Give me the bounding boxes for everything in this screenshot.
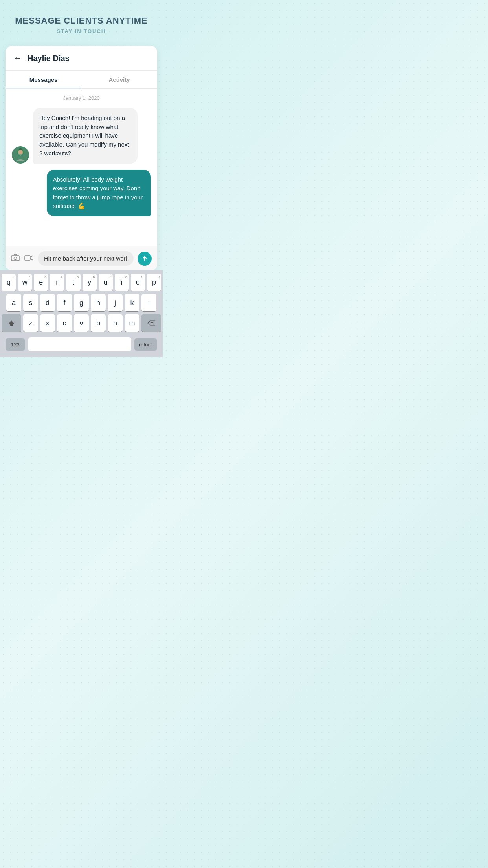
send-button[interactable] (138, 252, 152, 266)
key-u[interactable]: 7u (99, 274, 113, 291)
input-icons (11, 254, 34, 263)
tabs-bar: Messages Activity (6, 71, 157, 89)
key-l[interactable]: l (141, 294, 156, 311)
key-f[interactable]: f (57, 294, 72, 311)
key-g[interactable]: g (74, 294, 89, 311)
chat-header: ← Haylie Dias (6, 46, 157, 71)
received-bubble: Hey Coach! I'm heading out on a trip and… (33, 108, 138, 164)
numbers-key[interactable]: 123 (6, 338, 25, 351)
delete-key[interactable] (141, 314, 161, 332)
key-a[interactable]: a (6, 294, 21, 311)
key-c[interactable]: c (57, 314, 72, 332)
delete-icon (147, 320, 155, 326)
avatar (12, 146, 29, 164)
tab-messages[interactable]: Messages (6, 71, 81, 88)
key-w[interactable]: 2w (18, 274, 32, 291)
key-v[interactable]: v (74, 314, 89, 332)
key-r[interactable]: 4r (50, 274, 64, 291)
svg-point-8 (14, 257, 17, 260)
input-area (6, 246, 157, 270)
return-key[interactable]: return (134, 338, 157, 351)
message-row-sent: Absolutely! All body weight exercises co… (12, 170, 151, 216)
page-title: MESSAGE CLIENTS ANYTIME (8, 16, 155, 26)
keyboard-row-2: a s d f g h j k l (2, 294, 161, 311)
chat-container: ← Haylie Dias Messages Activity January … (6, 46, 157, 270)
contact-name: Haylie Dias (28, 54, 70, 63)
key-e[interactable]: 3e (34, 274, 48, 291)
video-icon[interactable] (24, 254, 34, 263)
key-b[interactable]: b (91, 314, 106, 332)
key-j[interactable]: j (108, 294, 123, 311)
send-arrow-icon (141, 256, 148, 262)
shift-icon (8, 320, 15, 327)
message-input-wrapper (38, 251, 134, 266)
key-k[interactable]: k (125, 294, 139, 311)
shift-key[interactable] (2, 314, 21, 332)
key-q[interactable]: 1q (2, 274, 16, 291)
page-header: MESSAGE CLIENTS ANYTIME STAY IN TOUCH (0, 0, 163, 42)
message-input[interactable] (44, 255, 127, 262)
keyboard: 1q 2w 3e 4r 5t 6y 7u 8i 9o 0p a s d f g … (0, 270, 163, 357)
back-button[interactable]: ← (13, 53, 22, 63)
keyboard-bottom-row: 123 return (2, 335, 161, 355)
keyboard-row-1: 1q 2w 3e 4r 5t 6y 7u 8i 9o 0p (2, 274, 161, 291)
key-x[interactable]: x (40, 314, 55, 332)
message-row-received: Hey Coach! I'm heading out on a trip and… (12, 108, 151, 164)
tab-activity[interactable]: Activity (81, 71, 157, 88)
keyboard-row-3: z x c v b n m (2, 314, 161, 332)
key-o[interactable]: 9o (131, 274, 145, 291)
key-y[interactable]: 6y (83, 274, 97, 291)
key-p[interactable]: 0p (147, 274, 161, 291)
key-n[interactable]: n (108, 314, 123, 332)
key-i[interactable]: 8i (115, 274, 129, 291)
camera-icon[interactable] (11, 254, 20, 263)
space-key[interactable] (28, 337, 131, 351)
key-h[interactable]: h (91, 294, 106, 311)
svg-point-6 (18, 150, 23, 154)
page-subtitle: STAY IN TOUCH (8, 28, 155, 34)
messages-area: January 1, 2020 Hey Coach! I'm heading o… (6, 89, 157, 246)
svg-rect-10 (10, 325, 13, 326)
key-t[interactable]: 5t (66, 274, 80, 291)
date-label: January 1, 2020 (12, 95, 151, 101)
key-z[interactable]: z (23, 314, 38, 332)
sent-bubble: Absolutely! All body weight exercises co… (47, 170, 151, 216)
key-s[interactable]: s (23, 294, 38, 311)
svg-rect-9 (25, 256, 30, 260)
key-m[interactable]: m (125, 314, 139, 332)
key-d[interactable]: d (40, 294, 55, 311)
